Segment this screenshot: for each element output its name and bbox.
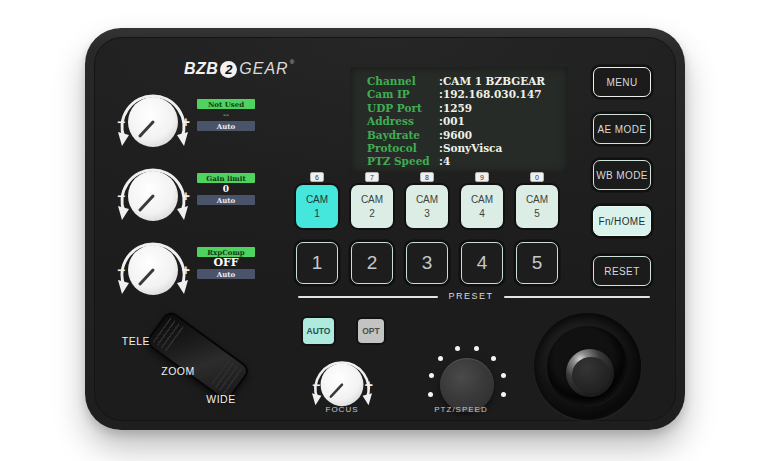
knob-2-value: 0 (223, 184, 229, 194)
speed-dot (474, 346, 479, 351)
knob-3-auto-badge: Auto (197, 269, 255, 279)
cam-button-label: CAM (306, 194, 328, 205)
cam-3-shift-tab: 8 (420, 172, 434, 182)
lcd-value: :CAM 1 BZBGEAR (439, 75, 545, 88)
lcd-row-camip: Cam IP:192.168.030.147 (367, 88, 568, 101)
speed-dot (455, 346, 460, 351)
knob-1-auto-badge: Auto (197, 121, 255, 131)
speed-dot (491, 356, 496, 361)
ptz-speed-label: PTZ/SPEED (431, 405, 491, 414)
cam-1-shift-tab: 6 (310, 172, 324, 182)
cam-1-button[interactable]: CAM 1 (296, 185, 338, 228)
minus-sign: − (117, 262, 125, 278)
preset-5-button[interactable]: 5 (516, 242, 558, 284)
speed-dot (428, 392, 433, 397)
cam-2-button[interactable]: CAM 2 (351, 185, 393, 228)
knob-2-legend: Gain limit 0 Auto (197, 173, 255, 205)
lcd-value: :4 (439, 155, 450, 168)
lcd-label: Cam IP (367, 88, 439, 101)
lcd-row-address: Address:001 (367, 115, 568, 128)
plus-sign: + (182, 188, 190, 204)
knob-2-function-badge: Gain limit (197, 173, 255, 183)
minus-sign: − (312, 377, 320, 393)
wide-label: WIDE (204, 393, 238, 405)
knob-1-legend: Not Used -- Auto (197, 99, 255, 131)
ae-mode-button[interactable]: AE MODE (593, 114, 651, 144)
focus-opt-button[interactable]: OPT (358, 319, 384, 343)
preset-4-button[interactable]: 4 (461, 242, 503, 284)
preset-3-button[interactable]: 3 (406, 242, 448, 284)
lcd-value: :001 (439, 115, 465, 128)
knob-3-legend: RxpComp OFF Auto (197, 247, 255, 279)
knob-3[interactable]: − + (111, 226, 195, 310)
cam-5-shift-tab: 0 (530, 172, 544, 182)
reset-button[interactable]: RESET (593, 256, 651, 286)
lcd-value: :192.168.030.147 (439, 88, 542, 101)
speed-dot (429, 373, 434, 378)
joystick-cap[interactable] (572, 357, 610, 393)
fn-home-button[interactable]: Fn/HOME (593, 206, 651, 236)
lcd-label: Protocol (367, 142, 439, 155)
wb-mode-button[interactable]: WB MODE (593, 160, 651, 190)
brand-text-bzb: BZB (184, 60, 218, 78)
cam-button-label: CAM (361, 194, 383, 205)
cam-button-number: 1 (314, 208, 320, 219)
preset-label: PRESET (441, 291, 501, 301)
lcd-label: Address (367, 115, 439, 128)
rocker-ridges-wide (211, 360, 243, 395)
ptz-speed-knob[interactable] (440, 358, 494, 412)
lcd-value: :9600 (439, 129, 472, 142)
cam-4-button[interactable]: CAM 4 (461, 185, 503, 228)
lcd-row-baudrate: Baydrate:9600 (367, 129, 568, 142)
speed-dot (501, 392, 506, 397)
knob-1[interactable]: − + (111, 78, 195, 162)
cam-button-number: 4 (479, 208, 485, 219)
speed-dot (438, 356, 443, 361)
controller-device: BZB 2 GEAR ® Channel:CAM 1 BZBGEAR Cam I… (85, 28, 685, 430)
lcd-value: :1259 (439, 102, 472, 115)
minus-sign: − (117, 188, 125, 204)
cam-3-button[interactable]: CAM 3 (406, 185, 448, 228)
front-panel: BZB 2 GEAR ® Channel:CAM 1 BZBGEAR Cam I… (94, 37, 676, 421)
cam-button-number: 3 (424, 208, 430, 219)
knob-3-value: OFF (213, 258, 238, 268)
preset-divider-right (504, 296, 650, 298)
brand-2-icon: 2 (220, 61, 237, 78)
cam-button-label: CAM (526, 194, 548, 205)
preset-divider-left (298, 296, 438, 298)
cam-button-label: CAM (416, 194, 438, 205)
brand-text-gear: GEAR (239, 60, 288, 78)
plus-sign: + (182, 262, 190, 278)
cam-button-number: 2 (369, 208, 375, 219)
lcd-label: UDP Port (367, 102, 439, 115)
knob-1-function-badge: Not Used (197, 99, 255, 109)
lcd-label: Baydrate (367, 129, 439, 142)
tele-label: TELE (119, 335, 153, 347)
knob-2[interactable]: − + (111, 152, 195, 236)
lcd-row-protocol: Protocol:SonyVisca (367, 142, 568, 155)
speed-dot (501, 373, 506, 378)
lcd-value: :SonyVisca (439, 142, 502, 155)
preset-1-button[interactable]: 1 (296, 242, 338, 284)
registered-mark: ® (290, 59, 294, 65)
preset-2-button[interactable]: 2 (351, 242, 393, 284)
cam-button-number: 5 (534, 208, 540, 219)
plus-sign: + (365, 377, 373, 393)
minus-sign: − (117, 114, 125, 130)
lcd-screen: Channel:CAM 1 BZBGEAR Cam IP:192.168.030… (350, 67, 568, 173)
lcd-row-ptzspeed: PTZ Speed:4 (367, 155, 568, 168)
focus-auto-button[interactable]: AUTO (303, 318, 334, 344)
focus-label: FOCUS (312, 405, 372, 414)
menu-button[interactable]: MENU (593, 67, 651, 97)
knob-1-value: -- (223, 110, 229, 120)
lcd-row-channel: Channel:CAM 1 BZBGEAR (367, 75, 568, 88)
lcd-label: PTZ Speed (367, 155, 439, 168)
lcd-label: Channel (367, 75, 439, 88)
cam-5-button[interactable]: CAM 5 (516, 185, 558, 228)
plus-sign: + (182, 114, 190, 130)
cam-2-shift-tab: 7 (365, 172, 379, 182)
knob-2-auto-badge: Auto (197, 195, 255, 205)
zoom-label: ZOOM (161, 365, 195, 377)
zoom-rocker[interactable] (144, 309, 251, 403)
rocker-ridges-tele (153, 317, 185, 352)
